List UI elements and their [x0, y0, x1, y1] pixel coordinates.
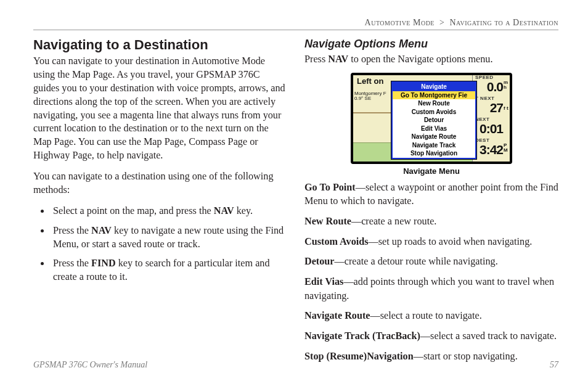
text-run: Press the [53, 225, 91, 236]
device-figure: Left on Montgomery F 0.9° SE SPEED 0.0m … [351, 73, 512, 176]
left-column: Navigating to a Destination You can navi… [33, 36, 287, 369]
screen-side-label: Montgomery F 0.9° SE [354, 91, 386, 102]
method-item: Select a point on the map, and press the… [51, 205, 287, 218]
popup-menu-item[interactable]: Edit Vias [393, 125, 475, 133]
popup-menu-item[interactable]: Stop Navigation [393, 149, 475, 158]
definition-term: Go To Point [304, 182, 356, 193]
definition-term: Custom Avoids [304, 236, 369, 247]
key-name: NAV [91, 225, 112, 236]
screen-top-text: Left on [357, 76, 383, 86]
breadcrumb-sub: Navigating to a Destination [449, 18, 558, 27]
breadcrumb-sep: > [439, 18, 444, 27]
nav-intro: Press NAV to open the Navigate options m… [304, 53, 558, 67]
definition-desc: —set up roads to avoid when navigating. [369, 236, 533, 247]
text-run: to open the Navigate options menu. [348, 54, 492, 65]
popup-title: Navigate [393, 83, 475, 91]
definition-desc: —select a saved track to navigate. [420, 330, 557, 342]
text-run: Press [304, 54, 328, 65]
text-run: Select a point on the map, and press the [53, 205, 214, 216]
breadcrumb-section: Automotive Mode [365, 18, 435, 27]
definition: Custom Avoids—set up roads to avoid when… [304, 235, 558, 249]
intro-paragraph-2: You can navigate to a destination using … [33, 170, 287, 197]
figure-caption: Navigate Menu [351, 166, 512, 176]
navigate-popup: Navigate Go To Montgomery Fie New Route … [391, 81, 476, 159]
device-screen: Left on Montgomery F 0.9° SE SPEED 0.0m … [353, 75, 510, 162]
definition-term: New Route [304, 216, 351, 227]
popup-menu-item[interactable]: New Route [393, 99, 475, 108]
popup-menu-item[interactable]: Navigate Track [393, 141, 475, 150]
methods-list: Select a point on the map, and press the… [33, 205, 287, 284]
header-rule [33, 30, 558, 30]
text-run: key. [234, 205, 253, 216]
subsection-title: Navigate Options Menu [304, 38, 558, 51]
definition-desc: —select a route to navigate. [370, 310, 482, 321]
side-label-row: 0.9° SE [354, 96, 371, 101]
section-title: Navigating to a Destination [33, 38, 287, 52]
footer-page-number: 57 [550, 360, 558, 370]
definition: Go To Point—select a waypoint or another… [304, 181, 558, 208]
definition-desc: —create a detour route while navigating. [335, 256, 498, 267]
panel-value: 27 [490, 100, 503, 115]
intro-paragraph-1: You can navigate to your destination in … [33, 55, 287, 163]
popup-menu-item[interactable]: Custom Avoids [393, 108, 475, 117]
definition-term: Detour [304, 256, 335, 267]
manual-page: Automotive Mode > Navigating to a Destin… [0, 0, 588, 381]
key-name: NAV [328, 54, 348, 65]
definition-term: Edit Vias [304, 276, 343, 287]
key-name: FIND [91, 258, 116, 269]
panel-value: 0.0 [487, 80, 503, 94]
panel-unit: f t [504, 106, 508, 110]
footer-book-title: GPSMAP 376C Owner's Manual [33, 360, 147, 370]
definition-term: Navigate Track (TracBack) [304, 330, 420, 342]
definition: Detour—create a detour route while navig… [304, 255, 558, 269]
definition: New Route—create a new route. [304, 215, 558, 229]
method-item: Press the FIND key to search for a parti… [51, 257, 287, 284]
method-item: Press the NAV key to navigate a new rout… [51, 224, 287, 252]
panel-unit: m h [504, 80, 508, 89]
definition: Navigate Track (TracBack)—select a saved… [304, 329, 558, 343]
definition: Navigate Route—select a route to navigat… [304, 309, 558, 323]
key-name: NAV [214, 205, 234, 216]
popup-menu-item[interactable]: Go To Montgomery Fie [393, 91, 475, 100]
right-column: Navigate Options Menu Press NAV to open … [304, 36, 558, 369]
popup-menu-item[interactable]: Navigate Route [393, 133, 475, 141]
side-label-row: Montgomery F [354, 91, 386, 96]
panel-unit: P M [504, 143, 508, 152]
definition: Edit Vias—add points through which you w… [304, 275, 558, 303]
popup-menu-item[interactable]: Detour [393, 116, 475, 125]
definition-desc: —create a new route. [351, 216, 436, 227]
device-bezel: Left on Montgomery F 0.9° SE SPEED 0.0m … [351, 73, 512, 164]
panel-value: 3:42 [480, 142, 503, 157]
breadcrumb: Automotive Mode > Navigating to a Destin… [33, 18, 558, 27]
panel-value: 0:01 [480, 121, 503, 136]
text-run: Press the [53, 258, 91, 269]
definition-term: Navigate Route [304, 310, 370, 321]
page-footer: GPSMAP 376C Owner's Manual 57 [33, 360, 558, 370]
screen-right-col: SPEED 0.0m h T NEXT 27f t NEXT 0:01 [472, 75, 510, 162]
